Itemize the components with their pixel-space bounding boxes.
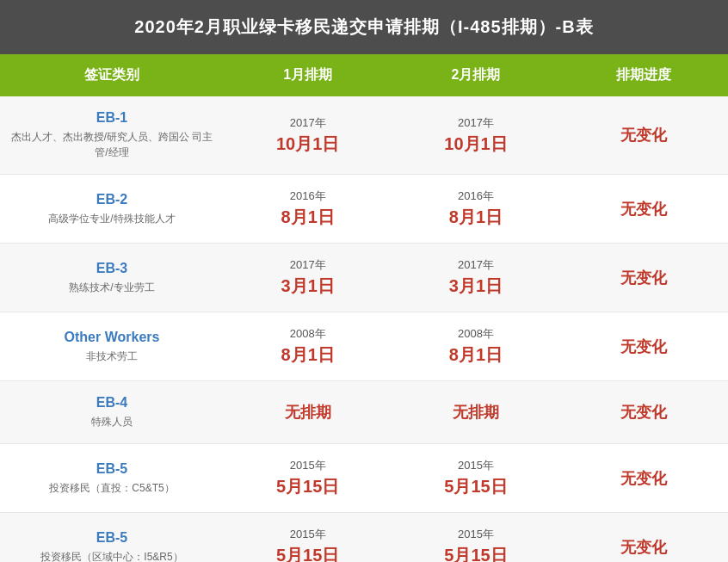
visa-desc: 熟练技术/专业劳工 — [69, 280, 154, 295]
visa-name: Other Workers — [65, 330, 160, 345]
col-progress: 排期进度 — [560, 54, 728, 96]
page-title: 2020年2月职业绿卡移民递交申请排期（I-485排期）-B表 — [0, 0, 728, 54]
feb-date: 5月15日 — [444, 544, 507, 562]
visa-cell: EB-2高级学位专业/特殊技能人才 — [0, 175, 224, 243]
progress-cell: 无变化 — [560, 96, 728, 174]
jan-cell: 2008年8月1日 — [224, 312, 392, 380]
visa-desc: 特殊人员 — [91, 414, 133, 429]
progress-value: 无变化 — [620, 537, 667, 558]
table-row: EB-5投资移民（直投：C5&T5）2015年5月15日2015年5月15日无变… — [0, 444, 728, 513]
progress-value: 无变化 — [620, 125, 667, 145]
visa-name: EB-3 — [96, 261, 127, 276]
col-jan: 1月排期 — [224, 54, 392, 96]
visa-cell: EB-3熟练技术/专业劳工 — [0, 244, 224, 312]
visa-cell: EB-5投资移民（直投：C5&T5） — [0, 444, 224, 512]
page-wrapper: 2020年2月职业绿卡移民递交申请排期（I-485排期）-B表 签证类别 1月排… — [0, 0, 728, 562]
feb-date: 3月1日 — [449, 275, 503, 298]
jan-cell: 2015年5月15日 — [224, 444, 392, 512]
visa-name: EB-4 — [96, 395, 127, 411]
feb-cell: 无排期 — [392, 381, 559, 443]
feb-year: 2008年 — [458, 326, 494, 342]
jan-cell: 2017年10月1日 — [224, 96, 392, 174]
progress-value: 无变化 — [620, 402, 667, 423]
table-row: EB-5投资移民（区域中心：I5&R5）2015年5月15日2015年5月15日… — [0, 513, 728, 562]
jan-year: 2017年 — [290, 257, 326, 273]
feb-year: 2016年 — [458, 188, 494, 204]
feb-cell: 2008年8月1日 — [392, 312, 559, 380]
progress-value: 无变化 — [620, 468, 667, 489]
jan-year: 2016年 — [290, 188, 326, 204]
visa-name: EB-5 — [96, 461, 127, 477]
feb-cell: 2016年8月1日 — [392, 175, 559, 243]
jan-date: 5月15日 — [276, 475, 339, 498]
feb-year: 2017年 — [458, 115, 494, 131]
col-feb: 2月排期 — [392, 54, 559, 96]
progress-value: 无变化 — [620, 337, 667, 357]
feb-date: 5月15日 — [444, 475, 507, 498]
visa-desc: 杰出人才、杰出教授/研究人员、跨国公 司主管/经理 — [9, 129, 215, 160]
col-visa: 签证类别 — [0, 54, 224, 96]
table-row: EB-2高级学位专业/特殊技能人才2016年8月1日2016年8月1日无变化 — [0, 175, 728, 244]
visa-cell: EB-1杰出人才、杰出教授/研究人员、跨国公 司主管/经理 — [0, 96, 224, 174]
jan-cell: 2017年3月1日 — [224, 244, 392, 312]
table-row: Other Workers非技术劳工2008年8月1日2008年8月1日无变化 — [0, 312, 728, 381]
jan-year: 2015年 — [290, 527, 326, 542]
jan-date: 5月15日 — [276, 544, 339, 562]
table-row: EB-1杰出人才、杰出教授/研究人员、跨国公 司主管/经理2017年10月1日2… — [0, 96, 728, 175]
jan-year: 2015年 — [290, 458, 326, 473]
jan-date: 3月1日 — [281, 275, 335, 298]
feb-date: 8月1日 — [449, 343, 503, 367]
jan-cell: 2016年8月1日 — [224, 175, 392, 243]
progress-value: 无变化 — [620, 268, 667, 288]
feb-date: 8月1日 — [449, 206, 503, 229]
main-table: 签证类别 1月排期 2月排期 排期进度 EB-1杰出人才、杰出教授/研究人员、跨… — [0, 54, 728, 562]
jan-no-date: 无排期 — [285, 402, 331, 423]
feb-year: 2017年 — [458, 257, 494, 273]
feb-cell: 2015年5月15日 — [392, 444, 559, 512]
table-row: EB-4特殊人员无排期无排期无变化 — [0, 381, 728, 444]
jan-date: 8月1日 — [281, 343, 335, 367]
jan-date: 8月1日 — [281, 206, 335, 229]
jan-year: 2017年 — [290, 115, 326, 131]
feb-cell: 2017年10月1日 — [392, 96, 559, 174]
feb-no-date: 无排期 — [453, 402, 499, 423]
feb-year: 2015年 — [458, 458, 494, 473]
progress-cell: 无变化 — [560, 244, 728, 312]
progress-cell: 无变化 — [560, 175, 728, 243]
jan-cell: 无排期 — [224, 381, 392, 443]
table-header: 签证类别 1月排期 2月排期 排期进度 — [0, 54, 728, 96]
feb-cell: 2015年5月15日 — [392, 513, 559, 562]
visa-desc: 投资移民（直投：C5&T5） — [49, 480, 174, 496]
visa-cell: EB-5投资移民（区域中心：I5&R5） — [0, 513, 224, 562]
feb-year: 2015年 — [458, 527, 494, 542]
visa-cell: EB-4特殊人员 — [0, 381, 224, 443]
visa-desc: 高级学位专业/特殊技能人才 — [48, 211, 175, 226]
progress-cell: 无变化 — [560, 312, 728, 380]
jan-year: 2008年 — [290, 326, 326, 342]
visa-name: EB-2 — [96, 192, 127, 207]
jan-cell: 2015年5月15日 — [224, 513, 392, 562]
progress-value: 无变化 — [620, 199, 667, 219]
feb-cell: 2017年3月1日 — [392, 244, 559, 312]
visa-name: EB-1 — [96, 110, 127, 126]
visa-desc: 投资移民（区域中心：I5&R5） — [40, 549, 182, 563]
visa-desc: 非技术劳工 — [86, 349, 138, 364]
table-row: EB-3熟练技术/专业劳工2017年3月1日2017年3月1日无变化 — [0, 244, 728, 312]
feb-date: 10月1日 — [444, 133, 507, 156]
visa-cell: Other Workers非技术劳工 — [0, 312, 224, 380]
progress-cell: 无变化 — [560, 444, 728, 512]
visa-name: EB-5 — [96, 530, 127, 546]
jan-date: 10月1日 — [276, 133, 339, 156]
progress-cell: 无变化 — [560, 381, 728, 443]
table-body: EB-1杰出人才、杰出教授/研究人员、跨国公 司主管/经理2017年10月1日2… — [0, 96, 728, 562]
progress-cell: 无变化 — [560, 513, 728, 562]
